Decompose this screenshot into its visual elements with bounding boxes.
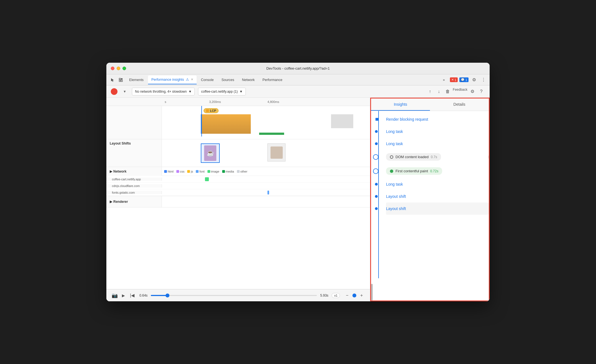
dot-inner-5 bbox=[375, 183, 378, 186]
dot-inner-2 bbox=[375, 142, 378, 145]
renderer-expand-icon[interactable]: ▶ bbox=[110, 200, 112, 204]
green-bar bbox=[259, 133, 284, 135]
record-button[interactable] bbox=[111, 88, 117, 95]
gray-rect bbox=[331, 114, 353, 128]
dropdown-arrow-icon[interactable]: ▼ bbox=[121, 88, 129, 95]
layout-shifts-content: ☕ bbox=[162, 139, 370, 167]
insight-link-6[interactable]: Layout shift bbox=[386, 194, 406, 199]
insight-link-7[interactable]: Layout shift bbox=[386, 206, 406, 211]
zoom-slider-thumb[interactable] bbox=[352, 294, 356, 297]
coffee-icon: ☕ bbox=[207, 150, 214, 157]
legend-image: image bbox=[207, 170, 219, 173]
maximize-button[interactable] bbox=[122, 67, 126, 70]
network-expand-icon[interactable]: ▶ bbox=[110, 170, 112, 173]
lcp-badge: LCP bbox=[204, 108, 219, 113]
legend-other-dot bbox=[237, 170, 240, 173]
lcp-rect bbox=[201, 114, 251, 134]
bottom-bar: 📷 ▶ |◀ 0.64s 5.93s x1 − bbox=[106, 289, 370, 301]
insight-dot-2 bbox=[375, 142, 378, 145]
site-select-dropdown[interactable]: coffee-cart.netlify.app (1) ▼ bbox=[198, 88, 246, 95]
error-badge: ✕ 1 bbox=[450, 77, 458, 82]
network-domain-2-content bbox=[162, 183, 370, 189]
legend-js: js bbox=[187, 170, 193, 173]
delete-icon[interactable]: 🗑 bbox=[444, 88, 452, 95]
tab-more[interactable]: » bbox=[440, 75, 448, 84]
legend-js-dot bbox=[187, 170, 190, 173]
lcp-content: LCP bbox=[162, 106, 370, 139]
timeline-scrubber[interactable] bbox=[151, 295, 317, 296]
layout-shift-thumb-2[interactable] bbox=[267, 143, 286, 161]
time-start-display: 0.64s bbox=[139, 294, 147, 297]
insight-dot-6 bbox=[375, 195, 378, 198]
network-domain-3: fonts.gstatic.com bbox=[106, 191, 162, 194]
insight-row-1: Long task bbox=[386, 125, 489, 138]
thumb-image-2 bbox=[271, 146, 283, 159]
tab-performance[interactable]: Performance bbox=[259, 75, 286, 84]
screenshot-icon[interactable]: 📷 bbox=[111, 292, 119, 299]
layout-shifts-row: Layout Shifts ☕ bbox=[106, 139, 370, 167]
renderer-label: ▶ Renderer bbox=[106, 196, 162, 207]
more-options-icon[interactable]: ⋮ bbox=[480, 76, 487, 84]
network-throttle-dropdown[interactable]: No network throttling, 4× slowdown ▼ bbox=[132, 88, 195, 95]
settings-icon[interactable]: ⚙ bbox=[470, 76, 478, 84]
legend-media-dot bbox=[222, 170, 225, 173]
svg-rect-2 bbox=[119, 80, 121, 82]
tab-details[interactable]: Details bbox=[430, 98, 489, 111]
help-icon[interactable]: ? bbox=[477, 88, 485, 95]
tab-close-icon[interactable]: ✕ bbox=[191, 78, 193, 81]
toolbar: ▼ No network throttling, 4× slowdown ▼ c… bbox=[106, 85, 490, 98]
speed-button[interactable]: x1 bbox=[332, 293, 340, 298]
network-domain-1: coffee-cart.netlify.app bbox=[106, 178, 162, 181]
skip-to-start-icon[interactable]: |◀ bbox=[128, 292, 136, 299]
milestone-circle-fcp bbox=[373, 168, 379, 174]
close-button[interactable] bbox=[111, 67, 114, 70]
insight-row-0: Render blocking request bbox=[386, 113, 489, 125]
zoom-out-icon[interactable]: − bbox=[343, 292, 351, 299]
window-title: DevTools - coffee-cart.netlify.app/?ad=1 bbox=[266, 66, 330, 70]
insight-row-7: Layout shift bbox=[386, 203, 489, 215]
time-header: s 3,200ms 4,800ms bbox=[106, 98, 370, 106]
toolbar-icons: ↑ ↓ 🗑 Feedback ⚙ ? bbox=[426, 88, 485, 95]
circle-inner-fcp bbox=[373, 168, 379, 174]
renderer-content bbox=[162, 196, 370, 207]
tab-network[interactable]: Network bbox=[239, 75, 258, 84]
download-icon[interactable]: ↓ bbox=[435, 88, 443, 95]
insight-dot-1 bbox=[375, 130, 378, 133]
svg-rect-1 bbox=[121, 78, 122, 80]
upload-icon[interactable]: ↑ bbox=[426, 88, 434, 95]
tab-sources[interactable]: Sources bbox=[218, 75, 237, 84]
tab-console[interactable]: Console bbox=[198, 75, 217, 84]
minimize-button[interactable] bbox=[117, 67, 120, 70]
dom-loaded-badge: DOM content loaded 0.7s bbox=[386, 153, 441, 161]
slider-thumb[interactable] bbox=[166, 294, 169, 297]
traffic-lights bbox=[111, 67, 126, 70]
svg-rect-0 bbox=[119, 78, 121, 80]
dom-circle-icon bbox=[390, 155, 393, 159]
settings-toolbar-icon[interactable]: ⚙ bbox=[469, 88, 476, 95]
lcp-label bbox=[106, 106, 162, 139]
tab-elements[interactable]: Elements bbox=[126, 75, 147, 84]
zoom-in-icon[interactable]: + bbox=[358, 292, 365, 299]
insight-link-2[interactable]: Long task bbox=[386, 141, 403, 146]
tab-insights[interactable]: Insights bbox=[371, 98, 430, 111]
element-picker-icon[interactable] bbox=[117, 76, 125, 84]
slider-track bbox=[151, 295, 317, 296]
lcp-vertical-line bbox=[201, 106, 202, 136]
time-marker-4800: 4,800ms bbox=[267, 100, 279, 103]
circle-inner-dom bbox=[373, 154, 379, 160]
feedback-button[interactable]: Feedback bbox=[453, 88, 467, 95]
insight-link-1[interactable]: Long task bbox=[386, 129, 403, 134]
svg-rect-3 bbox=[121, 80, 122, 82]
insight-link-0[interactable]: Render blocking request bbox=[386, 117, 428, 122]
net-bar-fonts bbox=[267, 191, 269, 194]
play-button[interactable]: ▶ bbox=[122, 293, 125, 298]
renderer-row: ▶ Renderer bbox=[106, 196, 370, 208]
time-end-display: 5.93s bbox=[320, 294, 328, 297]
lcp-row: LCP bbox=[106, 106, 370, 139]
tab-performance-insights[interactable]: Performance insights ⚠ ✕ bbox=[148, 75, 196, 84]
cursor-icon[interactable] bbox=[109, 76, 116, 84]
layout-shift-thumb-1[interactable]: ☕ bbox=[201, 143, 220, 163]
scrollbar-thumb[interactable] bbox=[371, 284, 373, 300]
network-domain-1-row: coffee-cart.netlify.app bbox=[106, 176, 370, 183]
insight-link-5[interactable]: Long task bbox=[386, 182, 403, 186]
